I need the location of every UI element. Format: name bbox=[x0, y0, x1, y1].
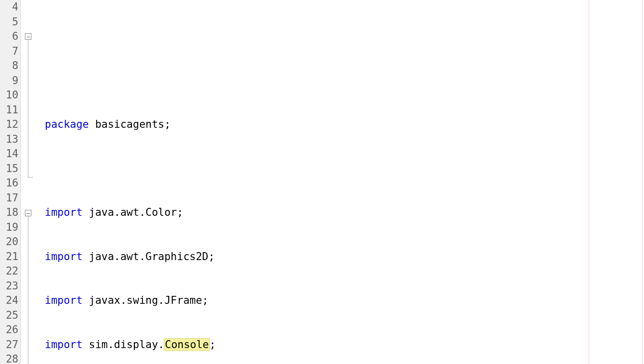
line-number: 14 bbox=[0, 147, 18, 162]
line-number: 17 bbox=[0, 191, 18, 206]
code-line[interactable]: import java.awt.Graphics2D; bbox=[45, 250, 644, 265]
line-number: 6 bbox=[0, 29, 18, 44]
fold-column: − − bbox=[21, 0, 38, 364]
line-number: 12 bbox=[0, 117, 18, 132]
line-number: 23 bbox=[0, 279, 18, 294]
right-margin-guide bbox=[642, 0, 643, 364]
line-number: 28 bbox=[0, 352, 18, 364]
code-line[interactable] bbox=[45, 74, 644, 89]
line-number-gutter: 4 5 6 7 8 9 10 11 12 13 14 15 16 17 18 1… bbox=[0, 0, 21, 364]
line-number: 18 bbox=[0, 205, 18, 220]
line-number: 7 bbox=[0, 44, 18, 59]
line-number: 25 bbox=[0, 308, 18, 323]
code-editor[interactable]: package basicagents; import java.awt.Col… bbox=[38, 0, 644, 364]
fold-toggle-imports[interactable]: − bbox=[25, 33, 31, 40]
line-number: 15 bbox=[0, 162, 18, 177]
highlighted-symbol[interactable]: Console bbox=[164, 338, 210, 351]
fold-guide-end bbox=[28, 177, 33, 178]
fold-toggle-javadoc[interactable]: − bbox=[25, 210, 31, 216]
code-line[interactable]: import java.awt.Color; bbox=[45, 205, 644, 220]
code-line[interactable] bbox=[45, 162, 644, 177]
line-number: 21 bbox=[0, 250, 18, 265]
line-number: 5 bbox=[0, 15, 18, 30]
line-number: 19 bbox=[0, 220, 18, 235]
line-number: 10 bbox=[0, 88, 18, 103]
code-line[interactable]: import javax.swing.JFrame; bbox=[45, 293, 644, 308]
right-margin-guide bbox=[589, 0, 589, 364]
line-number: 24 bbox=[0, 293, 18, 308]
fold-guide-line bbox=[28, 216, 28, 364]
code-line[interactable]: package basicagents; bbox=[45, 117, 644, 132]
line-number: 22 bbox=[0, 264, 18, 279]
line-number: 4 bbox=[0, 0, 18, 15]
line-number: 26 bbox=[0, 323, 18, 338]
line-number: 9 bbox=[0, 74, 18, 89]
code-line[interactable]: import sim.display.Console; bbox=[45, 338, 644, 353]
line-number: 13 bbox=[0, 132, 18, 147]
line-number: 27 bbox=[0, 338, 18, 353]
line-number: 16 bbox=[0, 176, 18, 191]
line-number: 8 bbox=[0, 59, 18, 74]
line-number: 20 bbox=[0, 235, 18, 250]
line-number: 11 bbox=[0, 103, 18, 118]
fold-guide-line bbox=[28, 40, 28, 177]
